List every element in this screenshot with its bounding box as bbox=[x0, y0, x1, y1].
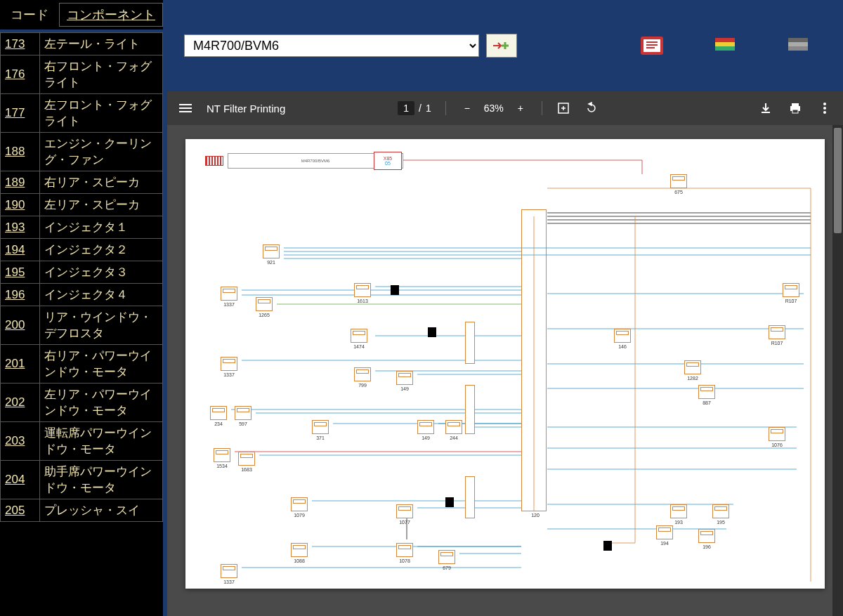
component-box: 675 bbox=[670, 174, 687, 188]
rotate-icon[interactable] bbox=[584, 101, 599, 115]
download-icon[interactable] bbox=[759, 101, 773, 115]
fit-page-icon[interactable] bbox=[556, 101, 570, 115]
component-label: 234 bbox=[211, 421, 226, 426]
vehicle-select[interactable]: M4R700/BVM6 bbox=[184, 34, 479, 57]
component-box: 679 bbox=[438, 550, 455, 564]
svg-rect-5 bbox=[788, 46, 808, 51]
code-cell[interactable]: 193 bbox=[1, 216, 40, 239]
svg-rect-2 bbox=[715, 46, 735, 51]
component-label: 1078 bbox=[397, 558, 412, 563]
component-label: 597 bbox=[235, 421, 251, 426]
table-row[interactable]: 201右リア・パワーウインドウ・モータ bbox=[1, 345, 163, 384]
manual-icon[interactable] bbox=[638, 34, 666, 57]
name-cell: インジェクタ３ bbox=[40, 261, 163, 284]
code-cell[interactable]: 196 bbox=[1, 284, 40, 306]
table-row[interactable]: 193インジェクタ１ bbox=[1, 216, 163, 239]
stack-gray-icon[interactable] bbox=[784, 34, 812, 57]
code-cell[interactable]: 195 bbox=[1, 261, 40, 284]
table-row[interactable]: 189右リア・スピーカ bbox=[1, 171, 163, 194]
pin-block-dark bbox=[445, 497, 454, 507]
name-cell: 助手席パワーウインドウ・モータ bbox=[40, 461, 163, 499]
component-box: R107 bbox=[769, 325, 785, 339]
code-cell[interactable]: 205 bbox=[1, 499, 40, 522]
code-cell[interactable]: 189 bbox=[1, 171, 40, 194]
code-cell[interactable]: 173 bbox=[1, 33, 40, 55]
component-label: R107 bbox=[769, 341, 785, 346]
table-row[interactable]: 177左フロント・フォグライト bbox=[1, 94, 163, 133]
sub-connector bbox=[465, 385, 475, 434]
table-row[interactable]: 173左テール・ライト bbox=[1, 33, 163, 55]
svg-point-13 bbox=[823, 103, 826, 105]
page-current[interactable]: 1 bbox=[398, 101, 414, 115]
code-cell[interactable]: 202 bbox=[1, 384, 40, 422]
code-cell[interactable]: 204 bbox=[1, 461, 40, 499]
scrollbar-thumb[interactable] bbox=[834, 128, 842, 233]
component-label: 1337 bbox=[221, 372, 237, 377]
code-cell[interactable]: 200 bbox=[1, 306, 40, 345]
component-box: 1683 bbox=[238, 452, 255, 466]
table-row[interactable]: 176右フロント・フォグライト bbox=[1, 55, 163, 94]
component-box: 1337 bbox=[221, 287, 237, 301]
component-label: 1088 bbox=[292, 558, 307, 563]
add-button[interactable] bbox=[486, 34, 517, 58]
component-label: 1282 bbox=[685, 376, 700, 381]
component-label: 1337 bbox=[221, 579, 237, 584]
sub-connector bbox=[465, 476, 475, 518]
zoom-in-icon[interactable]: + bbox=[514, 101, 528, 115]
component-box: 597 bbox=[235, 406, 251, 420]
table-row[interactable]: 190左リア・スピーカ bbox=[1, 194, 163, 216]
tab-code[interactable]: コード bbox=[3, 3, 56, 27]
name-cell: 左リア・パワーウインドウ・モータ bbox=[40, 384, 163, 422]
table-row[interactable]: 195インジェクタ３ bbox=[1, 261, 163, 284]
sidebar-tabs: コード コンポーネント bbox=[0, 0, 163, 32]
component-box: 244 bbox=[445, 420, 462, 434]
table-row[interactable]: 205プレッシャ・スイ bbox=[1, 499, 163, 522]
component-box: 1337 bbox=[221, 357, 237, 371]
table-row[interactable]: 204助手席パワーウインドウ・モータ bbox=[1, 461, 163, 499]
component-box: 1077 bbox=[396, 504, 413, 518]
component-label: 1613 bbox=[355, 299, 370, 303]
code-cell[interactable]: 201 bbox=[1, 345, 40, 384]
pin-block-dark bbox=[603, 541, 612, 551]
svg-rect-9 bbox=[762, 112, 770, 113]
zoom-out-icon[interactable]: − bbox=[460, 101, 474, 115]
print-icon[interactable] bbox=[788, 101, 802, 115]
component-label: 675 bbox=[671, 190, 686, 195]
component-box: 1079 bbox=[291, 497, 308, 511]
page-sep: / bbox=[419, 103, 422, 114]
table-row[interactable]: 202左リア・パワーウインドウ・モータ bbox=[1, 384, 163, 422]
stack-color-icon[interactable] bbox=[711, 34, 739, 57]
code-cell[interactable]: 194 bbox=[1, 239, 40, 261]
table-row[interactable]: 188エンジン・クーリング・ファン bbox=[1, 133, 163, 171]
component-label: 371 bbox=[313, 435, 328, 440]
component-label: 799 bbox=[355, 383, 370, 388]
pin-block-dark bbox=[428, 327, 436, 337]
name-cell: 運転席パワーウインドウ・モータ bbox=[40, 422, 163, 461]
table-row[interactable]: 196インジェクタ４ bbox=[1, 284, 163, 306]
topbar: M4R700/BVM6 bbox=[167, 0, 843, 91]
code-cell[interactable]: 188 bbox=[1, 133, 40, 171]
tab-component[interactable]: コンポーネント bbox=[59, 3, 163, 27]
name-cell: 右フロント・フォグライト bbox=[40, 55, 163, 94]
table-row[interactable]: 194インジェクタ２ bbox=[1, 239, 163, 261]
more-icon[interactable] bbox=[818, 101, 832, 115]
component-box: 1076 bbox=[769, 427, 785, 441]
component-label: 1337 bbox=[221, 302, 237, 307]
component-label: 679 bbox=[439, 565, 455, 570]
code-cell[interactable]: 177 bbox=[1, 94, 40, 133]
svg-rect-10 bbox=[792, 103, 799, 106]
code-table-wrap[interactable]: 173左テール・ライト176右フロント・フォグライト177左フロント・フォグライ… bbox=[0, 32, 163, 616]
pdf-body[interactable]: M4R700/BVM6 X85 05 120 bbox=[167, 125, 843, 616]
component-box: 921 bbox=[263, 244, 280, 258]
menu-icon[interactable] bbox=[178, 101, 192, 115]
component-box: 1265 bbox=[256, 297, 273, 311]
code-cell[interactable]: 176 bbox=[1, 55, 40, 94]
code-cell[interactable]: 190 bbox=[1, 194, 40, 216]
code-cell[interactable]: 203 bbox=[1, 422, 40, 461]
svg-rect-6 bbox=[788, 42, 808, 46]
component-box: 193 bbox=[670, 504, 687, 518]
table-row[interactable]: 203運転席パワーウインドウ・モータ bbox=[1, 422, 163, 461]
component-box: 194 bbox=[656, 525, 673, 539]
vertical-scrollbar[interactable] bbox=[832, 125, 843, 616]
table-row[interactable]: 200リア・ウインドウ・デフロスタ bbox=[1, 306, 163, 345]
